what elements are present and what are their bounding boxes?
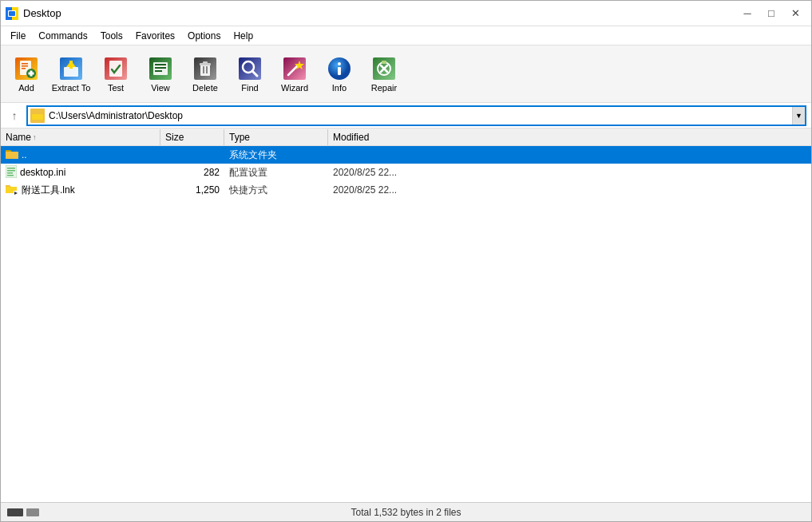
wizard-icon (282, 56, 307, 81)
menu-options[interactable]: Options (181, 29, 227, 43)
drive-icon (7, 508, 23, 516)
file-size-fj-tools: 1,250 (160, 183, 224, 197)
test-icon (103, 56, 129, 81)
name-column-label: Name (6, 132, 31, 143)
view-label: View (151, 83, 170, 93)
svg-rect-21 (155, 67, 166, 69)
svg-rect-43 (32, 114, 43, 120)
file-modified-parent (328, 153, 811, 156)
svg-rect-28 (206, 66, 208, 73)
svg-rect-20 (155, 64, 166, 65)
address-dropdown-button[interactable]: ▼ (792, 107, 805, 125)
navigate-up-button[interactable]: ↑ (6, 107, 23, 125)
svg-rect-15 (69, 61, 73, 69)
repair-button[interactable]: Repair (363, 50, 405, 98)
address-bar: ↑ C:\Users\Administrator\Desktop ▼ (1, 103, 811, 129)
menu-tools[interactable]: Tools (94, 29, 129, 43)
file-size-desktop-ini: 282 (160, 165, 224, 180)
find-label: Find (241, 83, 258, 93)
title-controls: ─ □ ✕ (736, 5, 806, 22)
info-icon (327, 56, 352, 81)
status-bar-left (7, 508, 71, 516)
main-window: Desktop ─ □ ✕ File Commands Tools Favori… (0, 0, 812, 522)
file-type-parent: 系统文件夹 (224, 147, 328, 164)
svg-rect-26 (203, 61, 208, 64)
delete-label: Delete (192, 83, 218, 93)
file-row-parent[interactable]: .. 系统文件夹 (1, 146, 811, 164)
column-size[interactable]: Size (160, 129, 224, 145)
svg-rect-11 (29, 72, 34, 74)
add-label: Add (18, 83, 34, 93)
info-button[interactable]: Info (319, 50, 360, 98)
extract-to-button[interactable]: Extract To (50, 50, 92, 98)
menu-commands[interactable]: Commands (32, 29, 93, 43)
file-list: Name ↑ Size Type Modified (1, 129, 811, 199)
file-modified-fj-tools: 2020/8/25 22... (328, 183, 811, 197)
svg-rect-22 (155, 70, 162, 72)
address-path[interactable]: C:\Users\Administrator\Desktop (47, 109, 792, 123)
file-name-parent: .. (1, 147, 160, 164)
column-modified[interactable]: Modified (328, 129, 811, 145)
sort-arrow-icon: ↑ (33, 133, 37, 141)
find-icon (237, 56, 263, 81)
svg-rect-42 (382, 61, 386, 64)
repair-icon (371, 56, 397, 81)
svg-rect-6 (22, 63, 28, 65)
address-box: C:\Users\Administrator\Desktop ▼ (26, 105, 806, 126)
folder-up-icon (6, 148, 18, 162)
extract-icon (58, 56, 84, 81)
file-list-header: Name ↑ Size Type Modified (1, 129, 811, 146)
desktop-ini-name: desktop.ini (20, 167, 65, 178)
svg-point-36 (338, 62, 341, 65)
column-type[interactable]: Type (224, 129, 328, 145)
test-label: Test (108, 83, 124, 93)
address-folder-icon (30, 109, 45, 123)
delete-button[interactable]: Delete (184, 50, 226, 98)
repair-label: Repair (371, 83, 397, 93)
lnk-file-icon (6, 183, 18, 198)
delete-icon (192, 56, 218, 81)
add-icon (14, 56, 39, 81)
menu-file[interactable]: File (4, 29, 32, 43)
svg-rect-50 (7, 175, 14, 176)
minimize-button[interactable]: ─ (736, 5, 759, 22)
test-button[interactable]: Test (95, 50, 137, 98)
wizard-button[interactable]: Wizard (274, 50, 315, 98)
svg-rect-24 (200, 65, 210, 76)
file-row-fj-tools[interactable]: 附送工具.lnk 1,250 快捷方式 2020/8/25 22... (1, 181, 811, 199)
svg-rect-44 (6, 152, 18, 159)
close-button[interactable]: ✕ (784, 5, 806, 22)
menu-favorites[interactable]: Favorites (129, 29, 181, 43)
fj-tools-name: 附送工具.lnk (22, 184, 75, 197)
info-label: Info (332, 83, 347, 93)
toolbar: Add Extract To (1, 45, 811, 103)
file-name-desktop-ini: desktop.ini (1, 164, 160, 182)
title-bar: Desktop ─ □ ✕ (1, 1, 811, 26)
find-button[interactable]: Find (229, 50, 271, 98)
up-arrow-icon: ↑ (12, 109, 18, 122)
view-button[interactable]: View (140, 50, 181, 98)
modified-column-label: Modified (333, 132, 369, 143)
svg-rect-48 (7, 170, 15, 172)
svg-rect-3 (9, 11, 15, 16)
file-type-fj-tools: 快捷方式 (224, 182, 328, 199)
status-text: Total 1,532 bytes in 2 files (71, 507, 741, 518)
svg-rect-27 (203, 66, 204, 73)
network-icon (26, 508, 39, 516)
add-button[interactable]: Add (6, 50, 47, 98)
svg-rect-49 (7, 172, 13, 174)
menu-help[interactable]: Help (227, 29, 259, 43)
extract-to-label: Extract To (52, 83, 91, 93)
wizard-label: Wizard (281, 83, 308, 93)
svg-rect-37 (338, 67, 341, 75)
file-modified-desktop-ini: 2020/8/25 22... (328, 165, 811, 180)
file-type-desktop-ini: 配置设置 (224, 164, 328, 181)
svg-rect-8 (22, 68, 26, 69)
column-name[interactable]: Name ↑ (1, 129, 160, 145)
dropdown-arrow-icon: ▼ (795, 112, 802, 120)
file-row-desktop-ini[interactable]: desktop.ini 282 配置设置 2020/8/25 22... (1, 164, 811, 181)
title-bar-left: Desktop (6, 7, 61, 20)
maximize-button[interactable]: □ (760, 5, 782, 22)
window-title: Desktop (23, 7, 61, 19)
svg-rect-7 (22, 65, 28, 67)
